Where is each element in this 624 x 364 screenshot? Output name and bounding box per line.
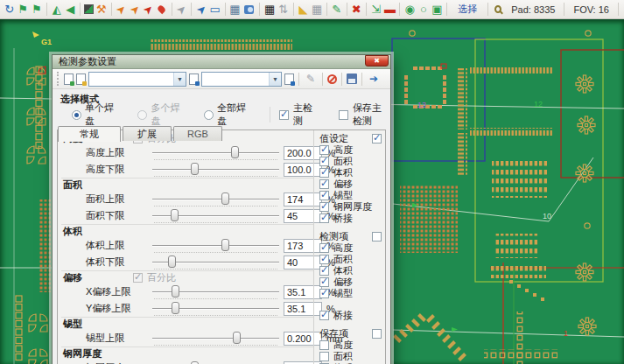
block-icon[interactable] (327, 74, 337, 84)
slider-thumb[interactable] (191, 163, 199, 175)
slider-ticks (154, 269, 277, 270)
area-lower-slider[interactable] (152, 208, 279, 224)
stencil-thickness-slider[interactable] (152, 360, 279, 364)
close-icon[interactable]: ✖ (365, 55, 389, 66)
radio-multi-pad[interactable] (137, 110, 147, 120)
param-label: 高度上限 (86, 146, 152, 159)
checkbox[interactable] (319, 168, 329, 178)
dart-blue-icon[interactable]: ➤ (193, 0, 210, 18)
rect-blue-icon[interactable]: ▭ (209, 2, 221, 18)
param-row: 面积下限 45 % (61, 207, 313, 224)
slider-thumb[interactable] (168, 256, 176, 268)
resize-green-icon[interactable]: ⇲ (370, 2, 382, 18)
grid-gray-icon[interactable]: ▦ (311, 2, 323, 18)
checkbox[interactable] (319, 340, 329, 350)
radio-single-pad[interactable] (72, 110, 81, 120)
checkbox[interactable] (319, 255, 329, 264)
volume-upper-slider[interactable] (152, 238, 279, 254)
checkbox[interactable] (319, 277, 329, 287)
slider-ticks (154, 176, 277, 177)
horn-icon[interactable]: ◀ (65, 2, 77, 18)
slider-thumb[interactable] (221, 239, 229, 251)
flag-a-icon[interactable]: ⚑ (18, 2, 30, 18)
height-lower-slider[interactable] (152, 162, 279, 178)
edit-green-icon[interactable]: ✎ (331, 2, 343, 18)
stop-red-icon[interactable]: ▬ (384, 2, 396, 18)
save-main-detect-checkbox[interactable] (339, 110, 348, 120)
slider-thumb[interactable] (191, 361, 199, 364)
radio-all-pads[interactable] (204, 110, 214, 120)
tab-extended[interactable]: 扩展 (123, 126, 172, 141)
slider-thumb[interactable] (233, 332, 241, 344)
checkbox[interactable] (319, 289, 329, 298)
area-upper-slider[interactable] (152, 192, 279, 207)
checkbox[interactable] (319, 145, 329, 155)
table-icon[interactable]: ▦ (229, 2, 242, 18)
save-icon[interactable] (347, 74, 357, 84)
slider-thumb[interactable] (221, 192, 229, 205)
slider-track[interactable] (152, 199, 279, 200)
prism-icon[interactable]: ◭ (51, 2, 63, 18)
dart-red-icon[interactable]: ➤ (139, 0, 157, 18)
checkbox[interactable] (319, 191, 329, 200)
checkbox[interactable] (319, 266, 329, 276)
rotate-icon[interactable]: ↻ (4, 2, 16, 18)
image-icon[interactable] (84, 4, 94, 14)
slider-thumb[interactable] (172, 302, 179, 314)
circle-icon[interactable]: ○ (417, 2, 430, 18)
slider-track[interactable] (152, 152, 279, 153)
exit-icon[interactable]: ➔ (367, 72, 381, 86)
profile-combo-1[interactable]: ▼ (88, 72, 186, 87)
checkbox[interactable] (319, 179, 329, 189)
tab-general[interactable]: 常规 (58, 126, 121, 142)
magnifier-icon[interactable] (494, 5, 501, 13)
checkbox[interactable] (319, 214, 329, 223)
map-pin-icon[interactable] (157, 4, 166, 14)
apply-profile-2-icon[interactable] (284, 74, 294, 85)
slider-track[interactable] (152, 338, 279, 339)
sort-az-icon[interactable]: ⇅ (277, 2, 290, 18)
x-offset-slider[interactable] (152, 284, 279, 300)
apply-profile-1-icon[interactable] (189, 74, 199, 85)
flag-b-icon[interactable]: ⚑ (31, 2, 43, 18)
solder-shape-slider[interactable] (152, 331, 279, 346)
checkbox[interactable] (319, 157, 329, 166)
toolbar-separator (293, 3, 294, 16)
edit-disabled-icon[interactable]: ✎ (304, 72, 318, 86)
grid-black-icon[interactable]: ▦ (263, 2, 276, 18)
percent-checkbox[interactable] (133, 273, 143, 283)
check-label: 桥接 (333, 212, 353, 225)
square-icon[interactable]: ▣ (431, 2, 444, 18)
checkbox[interactable] (319, 311, 329, 320)
circle-dot-icon[interactable]: ◉ (403, 2, 416, 18)
new-profile-icon[interactable] (64, 74, 74, 85)
height-upper-slider[interactable] (152, 145, 279, 161)
pin-gray-icon[interactable]: ➤ (172, 0, 190, 18)
slider-thumb[interactable] (171, 209, 179, 221)
ruler-icon[interactable]: ◣ (298, 2, 310, 18)
slider-thumb[interactable] (172, 285, 179, 298)
detect-all-checkbox[interactable] (372, 232, 382, 242)
select-button[interactable]: 选择 (451, 3, 484, 16)
profile-combo-2[interactable]: ▼ (201, 72, 282, 87)
slider-track[interactable] (152, 245, 279, 246)
open-profile-icon[interactable] (76, 74, 86, 85)
toolbar-grip[interactable] (57, 72, 60, 86)
checkbox[interactable] (319, 202, 329, 212)
chevron-down-icon[interactable]: ▼ (269, 73, 281, 86)
checkbox[interactable] (319, 352, 329, 361)
check-panel: 值设定 高度 面积 体积 偏移 锡型 钢网厚度 桥接 检测项 高度 面积 体积 … (313, 130, 385, 364)
slider-track[interactable] (152, 169, 279, 170)
chevron-down-icon[interactable]: ▼ (173, 73, 186, 86)
delete-icon[interactable]: ✖ (351, 2, 363, 18)
camera-icon[interactable] (244, 5, 254, 14)
y-offset-slider[interactable] (152, 301, 279, 317)
volume-lower-slider[interactable] (152, 255, 279, 270)
tab-rgb[interactable]: RGB (173, 126, 222, 141)
checkbox[interactable] (319, 243, 329, 253)
wrench-icon[interactable]: ⚒ (95, 2, 108, 18)
main-detect-checkbox[interactable] (279, 110, 289, 120)
slider-thumb[interactable] (231, 146, 239, 158)
dialog-titlebar[interactable]: 检测参数设置 ✖ (53, 55, 390, 69)
save-all-checkbox[interactable] (372, 329, 382, 339)
